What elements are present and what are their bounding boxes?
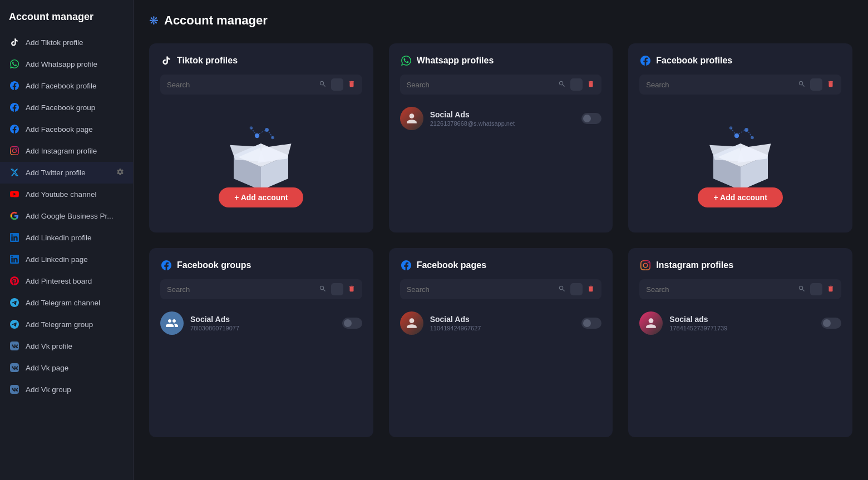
section-header-facebook-pages: Facebook pages: [400, 259, 602, 271]
section-header-instagram-profiles: Instagram profiles: [639, 259, 841, 271]
account-item: Social Ads 110419424967627: [400, 306, 602, 340]
empty-state-tiktok-profiles: + Add account: [160, 101, 362, 221]
search-input-facebook-groups[interactable]: [167, 285, 314, 294]
sidebar-item-google[interactable]: Add Google Business Pr...: [0, 205, 133, 227]
sidebar-title: Account manager: [0, 7, 133, 32]
account-list-instagram-profiles: Social ads 17841452739771739: [639, 306, 841, 340]
sidebar: Account manager Add Tiktok profileAdd Wh…: [0, 0, 134, 480]
search-bar-whatsapp-profiles: [400, 75, 602, 95]
account-avatar: [400, 107, 423, 130]
account-item: Social ads 17841452739771739: [639, 306, 841, 340]
account-toggle[interactable]: [342, 318, 362, 329]
sidebar-label-instagram: Add Instagram profile: [26, 147, 97, 155]
account-toggle[interactable]: [581, 318, 601, 329]
search-bar-facebook-pages: [400, 279, 602, 299]
account-name: Social Ads: [430, 315, 575, 324]
sidebar-label-linkedin-profile: Add Linkedin profile: [26, 234, 92, 242]
delete-btn-facebook-pages[interactable]: [587, 285, 595, 294]
linkedin-profile-icon: [9, 232, 20, 243]
add-account-btn-tiktok-profiles[interactable]: + Add account: [219, 187, 303, 207]
empty-state-facebook-profiles: + Add account: [639, 101, 841, 221]
delete-btn-facebook-profiles[interactable]: [827, 80, 835, 90]
account-toggle[interactable]: [821, 318, 841, 329]
section-header-whatsapp-profiles: Whatsapp profiles: [400, 55, 602, 67]
sidebar-label-pinterest: Add Pinterest board: [26, 277, 92, 285]
search-icon[interactable]: [319, 285, 327, 294]
search-icon[interactable]: [558, 80, 566, 90]
sidebar-item-twitter[interactable]: Add Twitter profile: [0, 162, 133, 184]
account-avatar: [639, 311, 663, 335]
page-header: ❋ Account manager: [149, 13, 852, 28]
sidebar-item-facebook-profile[interactable]: Add Facebook profile: [0, 75, 133, 97]
delete-btn-whatsapp-profiles[interactable]: [587, 80, 595, 90]
youtube-icon: [9, 189, 20, 200]
facebook-group-icon: [9, 102, 20, 113]
sidebar-label-facebook-page: Add Facebook page: [26, 125, 93, 133]
vk-profile-icon: [9, 340, 20, 352]
select-btn-instagram-profiles[interactable]: [810, 283, 822, 295]
sidebar-item-vk-page[interactable]: Add Vk page: [0, 357, 133, 379]
sidebar-label-twitter: Add Twitter profile: [26, 169, 86, 177]
facebook-profile-icon: [9, 80, 20, 91]
twitter-icon: [9, 167, 20, 178]
svg-point-18: [751, 136, 754, 140]
settings-icon[interactable]: [116, 168, 124, 177]
account-name: Social ads: [669, 315, 815, 324]
search-input-facebook-profiles[interactable]: [646, 81, 793, 89]
sidebar-item-facebook-page[interactable]: Add Facebook page: [0, 118, 133, 140]
search-bar-tiktok-profiles: [160, 75, 362, 95]
search-bar-instagram-profiles: [639, 279, 841, 299]
account-id: 110419424967627: [430, 325, 575, 331]
section-icon-facebook-pages: [400, 259, 412, 271]
account-info: Social Ads 110419424967627: [430, 315, 575, 331]
search-input-facebook-pages[interactable]: [407, 285, 554, 294]
search-input-instagram-profiles[interactable]: [646, 285, 793, 294]
section-title-facebook-profiles: Facebook profiles: [656, 56, 732, 66]
header-icon: ❋: [149, 14, 159, 27]
sidebar-item-pinterest[interactable]: Add Pinterest board: [0, 270, 133, 292]
search-icon[interactable]: [798, 80, 806, 90]
search-input-whatsapp-profiles[interactable]: [407, 81, 554, 89]
section-card-whatsapp-profiles: Whatsapp profiles Social Ads 21261378668…: [389, 43, 613, 232]
sidebar-item-tiktok[interactable]: Add Tiktok profile: [0, 32, 133, 53]
select-btn-facebook-profiles[interactable]: [810, 78, 822, 91]
account-item: Social Ads 78l030860719077: [160, 306, 362, 340]
sidebar-label-telegram-channel: Add Telegram channel: [26, 299, 100, 307]
add-account-btn-facebook-profiles[interactable]: + Add account: [698, 187, 782, 207]
whatsapp-icon: [9, 58, 20, 70]
vk-group-icon: [9, 384, 20, 395]
sidebar-item-whatsapp[interactable]: Add Whatsapp profile: [0, 53, 133, 75]
sidebar-item-instagram[interactable]: Add Instagram profile: [0, 140, 133, 162]
search-bar-facebook-groups: [160, 279, 362, 299]
section-icon-facebook-profiles: [639, 55, 652, 67]
sections-grid: Tiktok profiles + Add accountWhatsapp pr…: [149, 43, 852, 437]
instagram-icon: [9, 145, 20, 156]
account-toggle[interactable]: [581, 113, 601, 124]
sidebar-item-linkedin-profile[interactable]: Add Linkedin profile: [0, 227, 133, 249]
sidebar-item-linkedin-page[interactable]: Add Linkedin page: [0, 249, 133, 270]
main-content: ❋ Account manager Tiktok profiles: [134, 0, 868, 480]
section-title-facebook-pages: Facebook pages: [417, 260, 486, 270]
telegram-channel-icon: [9, 297, 20, 308]
delete-btn-tiktok-profiles[interactable]: [348, 80, 356, 90]
sidebar-item-vk-profile[interactable]: Add Vk profile: [0, 335, 133, 357]
select-btn-facebook-groups[interactable]: [331, 283, 343, 295]
sidebar-item-vk-group[interactable]: Add Vk group: [0, 379, 133, 400]
search-icon[interactable]: [798, 285, 806, 294]
select-btn-tiktok-profiles[interactable]: [331, 78, 343, 91]
section-header-tiktok-profiles: Tiktok profiles: [160, 55, 362, 67]
pinterest-icon: [9, 275, 20, 286]
search-icon[interactable]: [319, 80, 327, 90]
select-btn-facebook-pages[interactable]: [570, 283, 583, 295]
search-input-tiktok-profiles[interactable]: [167, 81, 314, 89]
sidebar-label-whatsapp: Add Whatsapp profile: [26, 60, 97, 68]
sidebar-item-youtube[interactable]: Add Youtube channel: [0, 184, 133, 205]
search-icon[interactable]: [558, 285, 566, 294]
delete-btn-facebook-groups[interactable]: [348, 285, 356, 294]
sidebar-label-youtube: Add Youtube channel: [26, 190, 97, 199]
select-btn-whatsapp-profiles[interactable]: [570, 78, 583, 91]
sidebar-item-facebook-group[interactable]: Add Facebook group: [0, 97, 133, 118]
sidebar-item-telegram-group[interactable]: Add Telegram group: [0, 314, 133, 335]
sidebar-item-telegram-channel[interactable]: Add Telegram channel: [0, 292, 133, 314]
delete-btn-instagram-profiles[interactable]: [827, 285, 835, 294]
